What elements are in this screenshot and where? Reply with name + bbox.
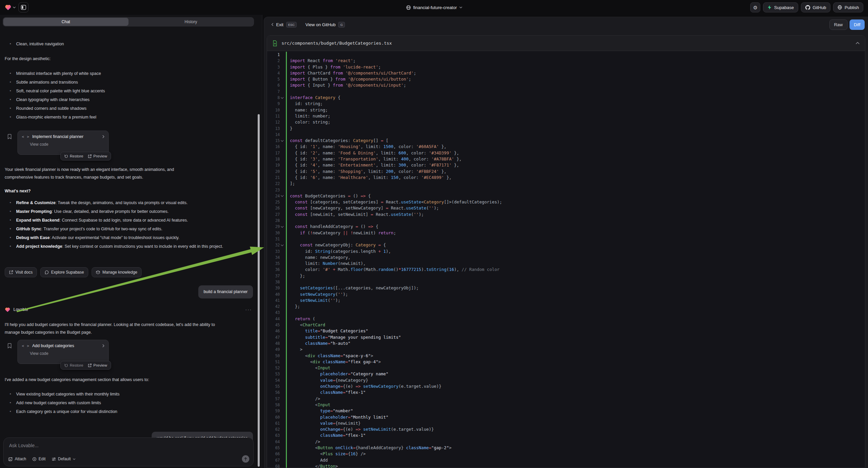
chevron-down-icon (73, 458, 75, 460)
view-code-link[interactable]: View code (30, 142, 104, 147)
code-line: 37 }; (267, 273, 865, 279)
code-line: 42 }; (267, 303, 865, 310)
visit-docs-button[interactable]: Visit docs (5, 267, 37, 277)
line-number: 23 (267, 187, 286, 193)
fold-chevron-icon (280, 274, 284, 277)
view-on-github-button[interactable]: View on GitHub G (305, 22, 345, 28)
exit-button[interactable]: Exit ESC (272, 22, 297, 28)
fold-chevron-icon (280, 164, 284, 167)
edit-mode-button[interactable]: Edit (32, 457, 45, 461)
fold-chevron-icon[interactable] (280, 194, 284, 198)
line-number: 55 (267, 383, 286, 389)
version-card-add-budget-categories[interactable]: < > Add budget categories View code (18, 340, 109, 364)
fold-chevron-icon (280, 71, 284, 75)
code-line: 38 (267, 279, 865, 285)
fold-chevron-icon[interactable] (280, 139, 284, 143)
line-number: 64 (267, 439, 286, 445)
code-text (287, 310, 292, 316)
fold-chevron-icon[interactable] (280, 96, 284, 100)
bookmark-icon[interactable] (7, 343, 12, 349)
code-line: 21 { id: '6', name: 'Healthcare', limit:… (267, 175, 865, 181)
preview-button[interactable]: Preview (88, 154, 107, 158)
sliders-icon (52, 457, 56, 461)
fold-chevron-icon (280, 212, 284, 216)
fold-chevron-icon[interactable] (280, 243, 284, 247)
code-line: 13} (267, 125, 865, 131)
supabase-label: Supabase (774, 5, 794, 10)
publish-button[interactable]: Publish (833, 2, 863, 12)
list-item: •Expand with Backend: Connect Supabase t… (5, 216, 226, 225)
code-text: value={newLimit} (287, 420, 361, 427)
external-link-icon (9, 270, 13, 274)
line-number: 17 (267, 150, 286, 156)
next-steps-list: •Refine & Customize: Tweak the design, a… (5, 198, 226, 251)
code-text: className="h-auto" (287, 341, 351, 347)
code-line: 63 className="flex-1" (267, 432, 865, 438)
line-number: 58 (267, 402, 286, 408)
fold-chevron-icon (280, 465, 284, 468)
restore-button[interactable]: Restore (64, 154, 83, 158)
code-line: 26 const [newCategory, setNewCategory] =… (267, 205, 865, 211)
external-link-icon (88, 363, 92, 367)
code-line: 64 /> (267, 439, 865, 445)
project-selector[interactable]: financial-future-creator (406, 0, 462, 15)
view-code-link[interactable]: View code (30, 351, 104, 356)
code-text: const [newLimit, setNewLimit] = React.us… (287, 211, 424, 217)
code-text: id: string; (287, 101, 323, 107)
restore-button[interactable]: Restore (64, 363, 83, 367)
code-line: 8interface Category { (267, 95, 865, 101)
supabase-button[interactable]: Supabase (763, 2, 798, 12)
line-number: 59 (267, 408, 286, 414)
code-line: 46 title="Budget Categories" (267, 328, 865, 334)
file-header[interactable]: src/components/budget/BudgetCategories.t… (267, 36, 865, 51)
code-text: { id: '1', name: 'Housing', limit: 1500,… (287, 144, 446, 150)
list-item: •GitHub Sync: Transfer your project's co… (5, 225, 226, 233)
code-text: <div className="flex gap-4"> (287, 359, 381, 365)
bookmark-icon[interactable] (7, 134, 12, 139)
line-number: 49 (267, 347, 286, 352)
added-file-icon (273, 40, 277, 46)
line-number: 52 (267, 365, 286, 371)
project-name: financial-future-creator (413, 5, 457, 10)
code-line: 45 <ChartCard (267, 322, 865, 328)
diff-toggle-button[interactable]: Diff (849, 20, 865, 30)
chat-bubble-icon (44, 270, 49, 274)
chat-scrollbar[interactable] (258, 114, 260, 467)
line-number: 16 (267, 144, 286, 150)
app: financial-future-creator ⚙ Supabase GitH… (0, 0, 868, 468)
code-text: setNewLimit(''); (287, 297, 341, 303)
settings-button[interactable]: ⚙ (750, 2, 760, 12)
line-number: 57 (267, 396, 286, 402)
fold-chevron-icon[interactable] (280, 225, 284, 229)
preview-button[interactable]: Preview (88, 363, 107, 367)
manage-knowledge-button[interactable]: Manage knowledge (92, 267, 142, 277)
raw-toggle-button[interactable]: Raw (829, 20, 847, 30)
attach-button[interactable]: Attach (8, 457, 26, 461)
fold-chevron-icon (280, 378, 284, 382)
code-text: </Button> (287, 463, 338, 468)
chevron-up-icon[interactable] (856, 42, 860, 44)
line-number: 61 (267, 420, 286, 427)
send-button[interactable] (242, 455, 249, 463)
sidebar-toggle-button[interactable] (19, 2, 29, 12)
fold-chevron-icon (280, 366, 284, 370)
chat-input[interactable] (9, 443, 248, 448)
mode-selector[interactable]: Default (52, 457, 75, 461)
code-text: <Button onClick={handleAddCategory} clas… (287, 445, 452, 451)
version-card-implement-financial-planner[interactable]: < > Implement financial planner View cod… (18, 130, 109, 155)
lovable-menu-button[interactable] (5, 4, 16, 10)
fold-chevron-icon (280, 176, 284, 180)
code-text: onChange={(e) => setNewCategory(e.target… (287, 383, 441, 389)
more-options-button[interactable]: ··· (245, 307, 252, 312)
line-number: 50 (267, 353, 286, 359)
list-item: •Glass-morphic elements for a premium fe… (5, 113, 240, 121)
fold-chevron-icon (280, 305, 284, 309)
code-text: const BudgetCategories = () => { (287, 193, 371, 199)
arrow-up-icon (244, 457, 247, 461)
fold-chevron-icon (280, 90, 284, 93)
fold-chevron-icon (280, 108, 284, 112)
reply-paragraph: I'll help you add budget categories to t… (5, 321, 229, 337)
github-button[interactable]: GitHub (801, 2, 830, 12)
code-panel: Exit ESC View on GitHub G Raw Diff src/c… (264, 17, 868, 468)
explore-supabase-button[interactable]: Explore Supabase (40, 267, 88, 277)
